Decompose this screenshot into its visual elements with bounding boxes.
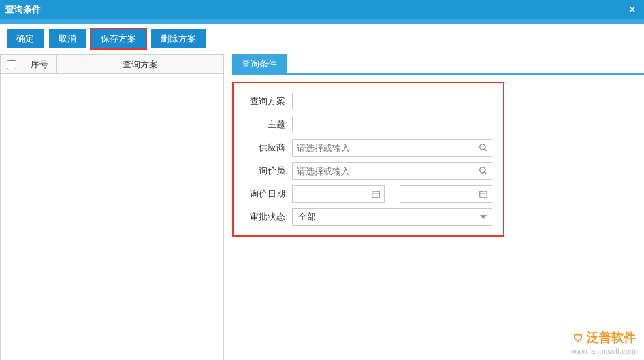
row-subject: 主题: <box>239 116 492 133</box>
svg-point-0 <box>480 144 485 150</box>
close-icon[interactable]: × <box>626 3 639 16</box>
watermark-brand: 泛普软件 <box>587 330 636 346</box>
calendar-icon[interactable] <box>479 189 488 199</box>
svg-rect-8 <box>480 191 487 197</box>
svg-line-3 <box>485 172 487 174</box>
right-panel: 查询条件 查询方案: 主题: 供应商: <box>224 54 644 360</box>
search-icon[interactable] <box>479 143 488 152</box>
toolbar: 确定 取消 保存方案 删除方案 <box>0 24 644 54</box>
dialog-title: 查询条件 <box>5 3 41 16</box>
top-strip <box>0 19 644 24</box>
row-plan: 查询方案: <box>239 93 492 110</box>
label-approval-status: 审批状态: <box>239 211 288 223</box>
tab-header: 查询条件 <box>232 54 644 75</box>
svg-point-2 <box>480 167 485 173</box>
logo-icon <box>572 332 584 344</box>
confirm-button[interactable]: 确定 <box>7 29 44 48</box>
svg-line-1 <box>485 149 487 151</box>
watermark-url: www.fanpusoft.com <box>571 346 636 356</box>
tab-conditions[interactable]: 查询条件 <box>232 54 287 73</box>
delete-plan-button[interactable]: 删除方案 <box>151 29 206 48</box>
watermark: 泛普软件 www.fanpusoft.com <box>571 330 636 356</box>
calendar-icon[interactable] <box>371 189 381 199</box>
select-approval-status[interactable]: 全部 <box>292 208 492 226</box>
row-approval-status: 审批状态: 全部 <box>239 208 492 226</box>
input-subject[interactable] <box>292 116 492 133</box>
svg-rect-4 <box>372 191 380 197</box>
grid-header-seq: 序号 <box>22 55 57 73</box>
row-inquirer: 询价员: <box>239 162 492 180</box>
date-separator: — <box>387 189 397 199</box>
cancel-button[interactable]: 取消 <box>49 29 86 48</box>
grid-header-plan: 查询方案 <box>57 55 223 73</box>
row-inquiry-date: 询价日期: — <box>239 185 492 203</box>
label-plan: 查询方案: <box>239 95 288 108</box>
input-supplier[interactable] <box>292 139 492 157</box>
grid-header-checkbox-cell <box>1 55 22 73</box>
label-supplier: 供应商: <box>239 142 288 154</box>
label-inquirer: 询价员: <box>239 165 288 177</box>
input-inquirer[interactable] <box>292 162 492 180</box>
label-subject: 主题: <box>239 118 288 131</box>
main-content: 序号 查询方案 查询条件 查询方案: 主题: 供应商: <box>0 54 644 360</box>
select-approval-status-value: 全部 <box>298 211 316 223</box>
titlebar: 查询条件 × <box>0 0 644 19</box>
grid-header: 序号 查询方案 <box>1 55 223 74</box>
select-all-checkbox[interactable] <box>7 60 16 69</box>
search-icon[interactable] <box>479 166 488 176</box>
row-supplier: 供应商: <box>239 139 492 157</box>
input-plan[interactable] <box>292 93 492 110</box>
label-inquiry-date: 询价日期: <box>239 188 288 200</box>
plan-grid: 序号 查询方案 <box>0 54 224 360</box>
form-box: 查询方案: 主题: 供应商: <box>232 82 504 237</box>
save-plan-button[interactable]: 保存方案 <box>91 29 146 48</box>
